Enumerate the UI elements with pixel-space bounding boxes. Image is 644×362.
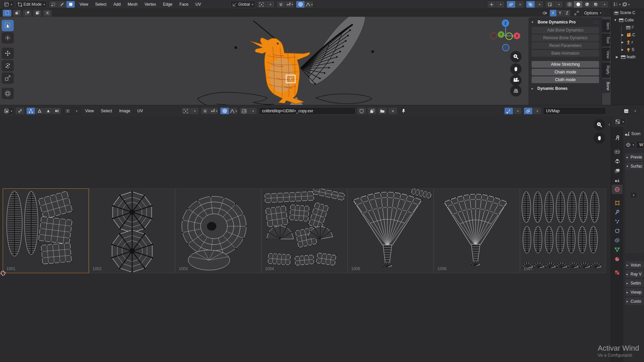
- editor-type-dropdown[interactable]: ▾: [2, 1, 14, 8]
- outliner-display-mode-dropdown[interactable]: ▾: [613, 2, 621, 6]
- outliner-row-feathers[interactable]: ▶ feath: [611, 53, 644, 61]
- face-select-button[interactable]: [66, 1, 75, 8]
- tab-viewlayer-properties[interactable]: [612, 166, 623, 175]
- bake-animation-button[interactable]: Bake Animation: [532, 50, 599, 57]
- remove-bone-dynamics-button[interactable]: Remove Bone Dynamics: [532, 35, 599, 41]
- uv-zoom-button[interactable]: [594, 119, 605, 130]
- outliner-row-child-collection[interactable]: F: [611, 24, 644, 31]
- tab-tool[interactable]: Tool: [602, 34, 610, 46]
- uv-snap-toggle[interactable]: [201, 108, 210, 114]
- display-channels-dropdown[interactable]: ▾: [622, 107, 639, 115]
- snap-toggle[interactable]: [277, 1, 285, 8]
- tool-move[interactable]: [2, 48, 14, 59]
- uv-snap-settings-dropdown[interactable]: ▾: [210, 108, 218, 114]
- cloth-mode-button[interactable]: Cloth mode: [532, 76, 599, 83]
- shading-material-button[interactable]: [583, 1, 591, 8]
- viewport-ortho-toggle-button[interactable]: [510, 85, 522, 97]
- panel-settings[interactable]: ▸Settin: [625, 279, 644, 287]
- uv-edge-select-button[interactable]: [35, 108, 44, 114]
- proportional-edit-toggle[interactable]: [296, 1, 305, 8]
- uv-proportional-toggle[interactable]: [220, 108, 229, 114]
- tab-view[interactable]: View: [602, 48, 610, 62]
- mirror-z-toggle[interactable]: Z: [564, 10, 571, 16]
- menu-uv[interactable]: UV: [193, 1, 204, 7]
- reset-parameters-button[interactable]: Reset Parameters: [532, 42, 599, 49]
- pivot-point-dropdown[interactable]: ▾: [257, 1, 275, 8]
- viewport-zoom-button[interactable]: [510, 51, 522, 62]
- properties-editor-type-dropdown[interactable]: ▾: [613, 118, 626, 125]
- mesh-edit-overlays-dropdown[interactable]: ▾: [545, 1, 563, 8]
- tab-physics-properties[interactable]: [612, 226, 623, 236]
- panel-preview[interactable]: ▸Previe: [625, 153, 644, 161]
- uv-face-select-button[interactable]: [44, 108, 53, 114]
- add-bone-dynamics-button[interactable]: Add Bone Dynamics: [532, 27, 599, 34]
- world-name-field[interactable]: W: [636, 141, 644, 148]
- shading-solid-button[interactable]: [574, 1, 583, 8]
- uv-show-gizmo-dropdown[interactable]: ▾: [504, 107, 522, 115]
- open-image-folder-button[interactable]: [378, 108, 387, 114]
- tab-bone-dynamics[interactable]: Bone: [602, 79, 610, 94]
- snap-settings-dropdown[interactable]: ▾: [285, 1, 294, 8]
- uv-menu-image[interactable]: Image: [116, 108, 133, 114]
- uv-map-field[interactable]: UVMap: [543, 107, 606, 115]
- select-intersect-option[interactable]: [43, 10, 52, 16]
- udim-tile-1004[interactable]: 1004: [261, 188, 347, 273]
- uv-sync-selection-toggle[interactable]: [16, 108, 24, 114]
- menu-select[interactable]: Select: [93, 1, 109, 7]
- edge-select-button[interactable]: [58, 1, 66, 8]
- show-overlays-dropdown[interactable]: ▾: [506, 1, 524, 8]
- uv-sticky-mode-dropdown[interactable]: ▾: [63, 107, 81, 115]
- panel-expand-icon[interactable]: ▾: [532, 20, 536, 24]
- unlink-image-button[interactable]: ×: [388, 108, 397, 114]
- tool-rotate[interactable]: [2, 60, 14, 71]
- select-extend-option[interactable]: [13, 10, 21, 16]
- tab-object-properties[interactable]: [612, 198, 623, 207]
- tab-tool-properties[interactable]: [612, 133, 623, 142]
- uv-falloff-dropdown[interactable]: ▾: [229, 108, 237, 114]
- pin-icon[interactable]: [399, 108, 408, 114]
- panel-volume[interactable]: ▸Volun: [625, 261, 644, 269]
- tool-select-box[interactable]: [2, 20, 14, 31]
- tab-constraint-properties[interactable]: [612, 236, 623, 245]
- menu-mesh[interactable]: Mesh: [125, 1, 140, 7]
- tab-texture-properties[interactable]: [612, 268, 623, 277]
- viewport-pan-button[interactable]: [510, 63, 522, 75]
- show-gizmo-dropdown[interactable]: ▾: [487, 1, 505, 8]
- panel-custom-properties[interactable]: ▸Custo: [625, 297, 644, 305]
- menu-vertex[interactable]: Vertex: [142, 1, 159, 7]
- fake-user-shield-button[interactable]: [357, 108, 366, 114]
- udim-tile-1001[interactable]: 1001: [3, 188, 89, 273]
- duplicate-image-button[interactable]: [368, 108, 376, 114]
- udim-tile-1007[interactable]: 1007: [520, 188, 606, 273]
- uv-canvas[interactable]: 1001 1002 1003 1004 1005 1006 1007 ‹: [0, 116, 611, 362]
- tab-modifier-properties[interactable]: [612, 207, 623, 217]
- mode-dropdown[interactable]: Edit Mode ▾: [16, 1, 47, 8]
- gizmo-axis-neg-x[interactable]: [491, 33, 497, 39]
- outliner-row-light[interactable]: ▶ S: [611, 46, 644, 53]
- mirror-x-toggle[interactable]: X: [550, 10, 557, 16]
- outliner-row-scene-collection[interactable]: Scene C: [611, 9, 644, 16]
- uv-vertex-select-button[interactable]: [26, 108, 35, 114]
- menu-face[interactable]: Face: [177, 1, 191, 7]
- chain-mode-button[interactable]: Chain mode: [532, 69, 599, 75]
- select-invert-option[interactable]: [33, 10, 42, 16]
- tool-transform[interactable]: [2, 88, 14, 99]
- tab-data-properties[interactable]: [612, 245, 623, 254]
- menu-edge[interactable]: Edge: [160, 1, 175, 7]
- shading-rendered-button[interactable]: [591, 1, 600, 8]
- udim-tile-1002[interactable]: 1002: [89, 188, 175, 273]
- uv-pan-button[interactable]: [594, 132, 605, 144]
- viewport-canvas[interactable]: Y X Z ▾ Bone Dynamics Pro :::: Add Bone …: [0, 17, 611, 105]
- correct-face-attributes-icon[interactable]: [572, 10, 581, 16]
- outliner-row-camera[interactable]: ▶ C: [611, 31, 644, 39]
- panel-surface[interactable]: ▾Surfac: [625, 162, 644, 170]
- uv-2d-cursor[interactable]: [0, 270, 6, 276]
- image-browse-dropdown[interactable]: ▾: [239, 107, 257, 115]
- uv-menu-uv[interactable]: UV: [135, 108, 146, 114]
- uv-pivot-dropdown[interactable]: ▾: [181, 107, 199, 115]
- outliner-row-armature[interactable]: ▶ r: [611, 39, 644, 46]
- falloff-dropdown[interactable]: ▾: [305, 1, 313, 8]
- udim-tile-1003[interactable]: 1003: [175, 188, 261, 273]
- world-browse-dropdown[interactable]: ▾: [625, 141, 635, 148]
- udim-tile-1005[interactable]: 1005: [347, 188, 434, 273]
